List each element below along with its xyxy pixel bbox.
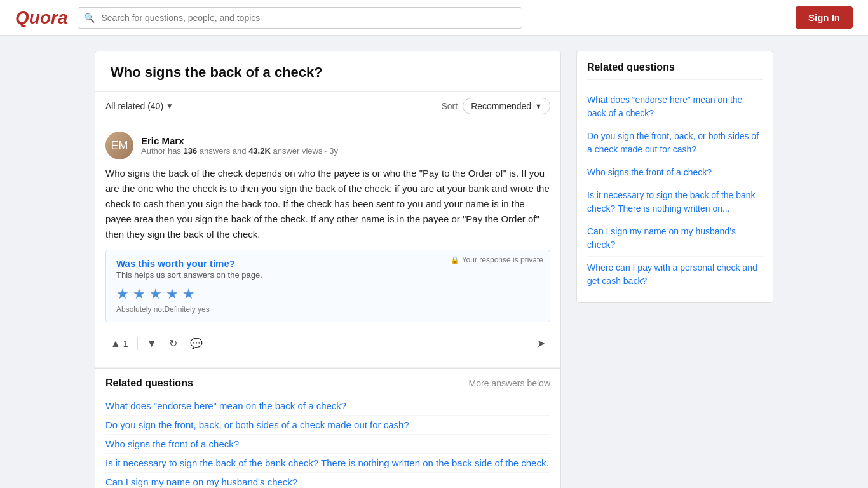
author-meta: Author has 136 answers and 43.2K answer … (141, 146, 338, 156)
question-title: Who signs the back of a check? (95, 51, 560, 92)
private-label-text: Your response is private (462, 255, 543, 264)
related-inline-section: Related questions More answers below Wha… (95, 368, 560, 488)
upvote-icon: ▲ (111, 338, 121, 349)
author-info: Eric Marx Author has 136 answers and 43.… (141, 135, 338, 156)
header: Quora 🔍 Sign In (0, 0, 868, 36)
list-item[interactable]: Is it necessary to sign the back of the … (587, 184, 763, 220)
author-meta-suffix: answer views · 3y (271, 146, 338, 156)
related-links-list: What does "endorse here" mean on the bac… (105, 396, 550, 488)
all-related-label: All related (40) (105, 101, 163, 111)
question-card: Who signs the back of a check? All relat… (95, 51, 561, 488)
sidebar-links-list: What does “endorse here” mean on the bac… (587, 89, 763, 292)
upvote-count: 1 (123, 339, 128, 349)
sort-section: Sort Recommended ▼ (441, 98, 550, 114)
lock-icon: 🔒 (451, 256, 459, 264)
action-row: ▲ 1 ▼ ↻ 💬 ➤ (105, 330, 550, 357)
chevron-down-icon: ▼ (166, 102, 173, 111)
page-container: Who signs the back of a check? All relat… (85, 36, 783, 488)
downvote-button[interactable]: ▼ (142, 334, 162, 353)
upvote-button[interactable]: ▲ 1 (105, 334, 133, 353)
sort-value: Recommended (471, 101, 531, 111)
star-1[interactable]: ★ (116, 286, 129, 302)
answer-card: EM Eric Marx Author has 136 answers and … (95, 121, 560, 368)
list-item[interactable]: Who signs the front of a check? (587, 161, 763, 184)
star-label-right: Definitely yes (164, 305, 209, 314)
avatar-initials: EM (105, 132, 133, 159)
quora-logo[interactable]: Quora (15, 8, 67, 28)
star-2[interactable]: ★ (133, 286, 146, 302)
sidebar-card: Related questions What does “endorse her… (576, 51, 773, 303)
search-bar: 🔍 (78, 7, 522, 29)
external-share-button[interactable]: ➤ (532, 334, 550, 353)
list-item[interactable]: What does “endorse here” mean on the bac… (587, 89, 763, 125)
list-item[interactable]: Can I sign my name on my husband’s check… (587, 220, 763, 257)
chevron-down-icon: ▼ (535, 102, 542, 110)
list-item[interactable]: Can I sign my name on my husband's check… (105, 473, 550, 488)
external-share-icon: ➤ (537, 337, 545, 349)
private-label: 🔒 Your response is private (451, 255, 543, 264)
author-views: 43.2K (248, 146, 271, 156)
list-item[interactable]: Where can I pay with a personal check an… (587, 257, 763, 292)
divider (137, 337, 138, 350)
list-item[interactable]: What does "endorse here" mean on the bac… (105, 396, 550, 416)
sidebar-title: Related questions (587, 62, 763, 80)
star-3[interactable]: ★ (149, 286, 162, 302)
more-answers-label: More answers below (469, 378, 550, 388)
list-item[interactable]: Who signs the front of a check? (105, 435, 550, 454)
all-related-dropdown[interactable]: All related (40) ▼ (105, 101, 173, 111)
related-inline-header: Related questions More answers below (105, 377, 550, 389)
list-item[interactable]: Is it necessary to sign the back of the … (105, 454, 550, 473)
sort-label: Sort (441, 101, 458, 111)
answer-text: Who signs the back of the check depends … (105, 166, 550, 242)
main-content: Who signs the back of a check? All relat… (95, 51, 561, 488)
related-inline-title: Related questions (105, 377, 193, 389)
sign-in-button[interactable]: Sign In (796, 6, 853, 29)
downvote-icon: ▼ (147, 338, 157, 349)
filter-bar: All related (40) ▼ Sort Recommended ▼ (95, 92, 560, 121)
list-item[interactable]: Do you sign the front, back, or both sid… (105, 416, 550, 435)
stars-container: ★ ★ ★ ★ ★ Absolutely not Definitely yes (116, 286, 210, 314)
list-item[interactable]: Do you sign the front, back, or both sid… (587, 125, 763, 161)
sort-dropdown[interactable]: Recommended ▼ (463, 98, 550, 114)
author-row: EM Eric Marx Author has 136 answers and … (105, 132, 550, 159)
author-answers: 136 (184, 146, 198, 156)
sidebar: Related questions What does “endorse her… (576, 51, 773, 303)
worth-subtitle: This helps us sort answers on the page. (116, 270, 539, 280)
stars-inner: ★ ★ ★ ★ ★ (116, 286, 210, 302)
author-meta-prefix: Author has (141, 146, 184, 156)
search-icon: 🔍 (84, 13, 95, 23)
avatar: EM (105, 132, 133, 159)
author-name[interactable]: Eric Marx (141, 135, 338, 146)
comment-icon: 💬 (190, 337, 203, 349)
search-input[interactable] (78, 7, 522, 29)
star-label-left: Absolutely not (116, 305, 164, 314)
star-5[interactable]: ★ (182, 286, 195, 302)
share-button[interactable]: ↻ (164, 334, 182, 353)
comment-button[interactable]: 💬 (185, 334, 208, 353)
author-meta-mid: answers and (197, 146, 248, 156)
share-icon: ↻ (169, 337, 177, 349)
star-4[interactable]: ★ (166, 286, 179, 302)
worth-box: 🔒 Your response is private Was this wort… (105, 250, 550, 322)
